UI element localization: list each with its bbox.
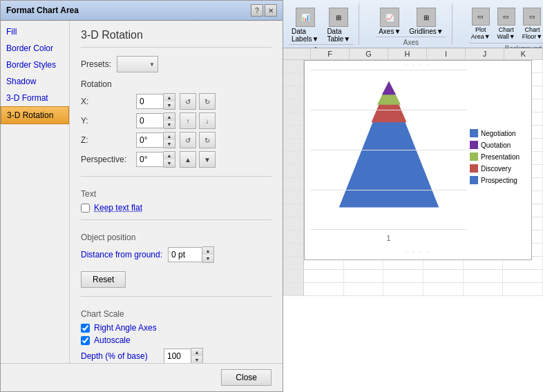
dialog-footer: Close [1,363,283,391]
gridlines-container [310,70,467,230]
dialog-title-buttons: ? ✕ [251,4,277,17]
perspective-input[interactable] [136,152,164,167]
depth-spin-up[interactable]: ▲ [191,349,202,356]
data-labels-btn[interactable]: 📊 DataLabels▼ [289,6,321,44]
data-table-btn[interactable]: ⊞ DataTable▼ [324,6,353,44]
y-rotate-down-btn[interactable]: ↓ [199,112,216,129]
autoscale-checkbox[interactable] [81,336,90,345]
x-input[interactable] [136,94,164,109]
y-rotate-up-btn[interactable]: ↑ [180,112,196,129]
x-rotate-right-btn[interactable]: ↻ [199,93,216,110]
perspective-arrows: ▲ ▼ [180,151,216,168]
reset-button[interactable]: Reset [81,271,126,288]
distance-from-ground-label: Distance from ground: [81,250,162,259]
z-rotate-left-btn[interactable]: ↺ [180,132,196,148]
sidebar-item-3d-rotation[interactable]: 3-D Rotation [1,106,69,124]
x-spin-down[interactable]: ▼ [164,101,175,109]
chart-bottom-dots: · · · · [305,249,531,255]
legend-color-negotiation [470,129,478,137]
legend-label-presentation: Presentation [481,153,520,161]
perspective-spin-buttons: ▲ ▼ [164,151,175,168]
sheet-rows-container: · · · · [283,60,543,296]
chart-axis-label: 1 [387,235,391,242]
chart-legend: Negotiation Quotation Presentation [467,70,526,244]
perspective-spinner: ▲ ▼ [136,151,175,168]
sheet-header: F G H I J K [283,48,543,60]
x-spinner: ▲ ▼ [136,93,175,110]
legend-label-negotiation: Negotiation [481,130,516,137]
sidebar-item-fill[interactable]: Fill [1,23,69,40]
keep-text-flat-checkbox[interactable] [81,204,90,213]
chart-scale-label: Chart Scale [81,309,272,319]
presets-dropdown[interactable]: ▼ [117,56,158,72]
presets-label: Presets: [81,59,111,69]
perspective-decrease-btn[interactable]: ▼ [199,151,216,168]
col-f: F [311,48,350,59]
y-spin-down[interactable]: ▼ [164,121,175,128]
row-num-13 [283,217,304,230]
gridlines-btn[interactable]: ⊞ Gridlines▼ [406,6,446,37]
sheet-row-18 [283,283,543,296]
sidebar: Fill Border Color Border Styles Shadow 3… [1,21,70,363]
legend-color-presentation [470,153,478,161]
depth-input[interactable] [164,349,191,363]
corner-cell [283,48,311,59]
sidebar-item-3d-format[interactable]: 3-D Format [1,90,69,106]
legend-color-quotation [470,141,478,149]
z-rotate-right-btn[interactable]: ↻ [199,132,216,148]
x-spin-up[interactable]: ▲ [164,94,175,101]
spreadsheet: F G H I J K [283,48,543,392]
chart-floor-btn[interactable]: ▭ ChartFloor▼ [520,6,543,41]
presets-row: Presets: ▼ [81,56,272,72]
y-input[interactable] [136,113,164,128]
axes-btn[interactable]: 📈 Axes▼ [376,6,403,37]
row-num-11 [283,191,304,204]
col-k: K [504,48,543,59]
row-num-3 [283,86,304,99]
sidebar-item-border-styles[interactable]: Border Styles [1,57,69,73]
keep-text-flat-label: Keep text flat [94,203,142,213]
content-area: 3-D Rotation Presets: ▼ Rotation X: ▲ ▼ [70,21,283,363]
object-position-section: Object position Distance from ground: ▲ … [81,219,272,263]
z-spin-down[interactable]: ▼ [164,140,175,148]
z-spin-up[interactable]: ▲ [164,133,175,140]
chart-wall-btn[interactable]: ▭ ChartWall▼ [495,6,517,41]
x-arrows: ↺ ↻ [180,93,216,110]
y-spin-up[interactable]: ▲ [164,113,175,121]
sidebar-item-border-color[interactable]: Border Color [1,40,69,57]
dialog-help-button[interactable]: ? [251,4,263,17]
col-h: H [388,48,427,59]
dialog-close-button[interactable]: ✕ [265,4,277,17]
z-spinner: ▲ ▼ [136,132,175,148]
z-label: Z: [81,135,136,145]
row-num-9 [283,165,304,177]
depth-spin-buttons: ▲ ▼ [191,348,203,363]
legend-color-prospecting [470,176,478,184]
col-i: I [427,48,466,59]
col-j: J [466,48,504,59]
distance-spin-down[interactable]: ▼ [202,255,213,262]
z-input[interactable] [136,133,164,148]
chart-container[interactable]: · · · · [304,60,532,260]
depth-spin-down[interactable]: ▼ [191,356,202,363]
perspective-spin-down[interactable]: ▼ [164,159,175,167]
right-angle-axes-checkbox[interactable] [81,324,90,333]
row-num-5 [283,112,304,125]
z-spin-buttons: ▲ ▼ [164,132,175,148]
plot-area-btn[interactable]: ▭ PlotArea▼ [469,6,493,41]
legend-label-quotation: Quotation [481,141,511,149]
perspective-spin-up[interactable]: ▲ [164,152,175,159]
x-rotate-left-btn[interactable]: ↺ [180,93,196,110]
col-g: G [350,48,388,59]
close-button[interactable]: Close [221,369,272,386]
axes-label: Axes [376,37,446,46]
perspective-increase-btn[interactable]: ▲ [180,151,196,168]
perspective-row: Perspective: ▲ ▼ ▲ ▼ [81,151,272,168]
distance-spin-up[interactable]: ▲ [202,247,213,255]
row-num-4 [283,99,304,112]
sidebar-item-shadow[interactable]: Shadow [1,73,69,90]
legend-negotiation: Negotiation [470,129,526,137]
y-label: Y: [81,116,136,126]
sheet-row-17 [283,270,543,283]
distance-input[interactable] [168,247,202,262]
